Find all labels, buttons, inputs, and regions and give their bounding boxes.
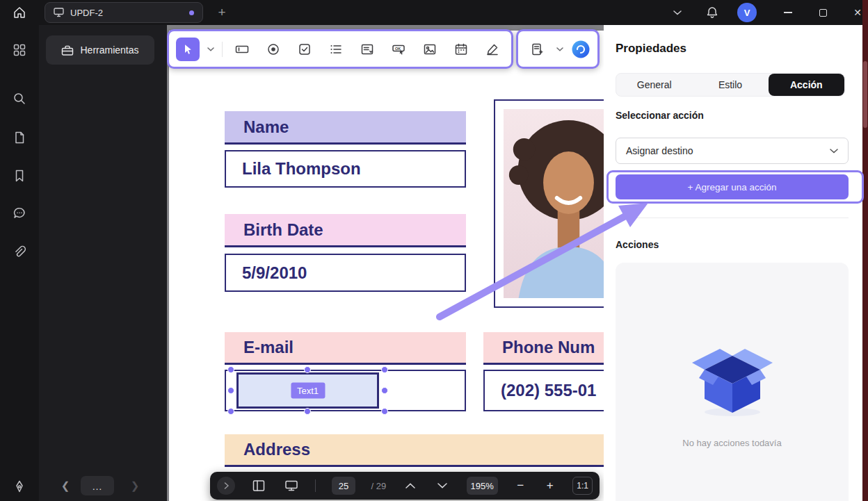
scrollbar-thumb[interactable] — [863, 61, 867, 128]
new-tab-button[interactable]: + — [213, 3, 231, 22]
document-tab[interactable]: UPDF-2 — [45, 2, 203, 23]
user-avatar[interactable]: V — [737, 3, 757, 22]
action-destination-dropdown[interactable]: Asignar destino — [616, 138, 849, 164]
ok-glyph: OK — [395, 46, 401, 50]
zoom-in-button[interactable]: + — [543, 479, 557, 493]
chevron-down-icon — [673, 10, 682, 15]
sidebar-layout-icon — [252, 479, 266, 493]
text-field-tool-button[interactable] — [230, 38, 254, 61]
next-page-button[interactable] — [434, 477, 451, 494]
checkbox-tool-button[interactable] — [293, 38, 316, 61]
radio-button-icon — [266, 42, 280, 56]
documents-button[interactable] — [0, 129, 39, 147]
bookmark-icon — [13, 169, 26, 183]
chevron-down-icon — [437, 483, 447, 488]
actions-empty-state: No hay acciones todavía — [616, 263, 849, 501]
date-field-icon — [454, 42, 468, 56]
search-icon — [13, 92, 26, 106]
select-tool-chevron[interactable] — [207, 47, 214, 51]
chevron-down-icon — [207, 47, 214, 51]
apps-grid-button[interactable] — [0, 41, 39, 59]
portrait-photo — [504, 109, 604, 298]
attachments-button[interactable] — [0, 243, 39, 261]
selection-handle[interactable] — [227, 387, 234, 394]
design-tool-button[interactable] — [0, 477, 39, 495]
select-tool-button[interactable] — [176, 38, 200, 61]
expand-bar-button[interactable] — [217, 477, 235, 495]
previous-page-button[interactable] — [402, 477, 419, 494]
selection-handle[interactable] — [381, 387, 388, 394]
actions-label: Acciones — [616, 239, 659, 250]
selection-handle[interactable] — [227, 366, 234, 373]
selection-handle[interactable] — [304, 408, 311, 415]
push-button-tool-button[interactable]: OK — [387, 38, 410, 61]
selection-handle[interactable] — [304, 366, 311, 373]
bell-icon — [706, 6, 718, 19]
select-action-label: Seleccionar acción — [616, 110, 704, 121]
document-icon — [13, 131, 26, 145]
ai-assistant-button[interactable] — [571, 40, 590, 59]
chevron-down-icon — [830, 149, 838, 154]
phone-field-value[interactable]: (202) 555-01 — [483, 370, 604, 411]
more-options-button[interactable]: … — [81, 476, 114, 495]
selected-text-field[interactable]: Text1 — [236, 372, 379, 409]
field-name-tag: Text1 — [291, 383, 325, 399]
history-forward-button[interactable]: ❯ — [127, 476, 143, 495]
extra-tools-chevron[interactable] — [556, 47, 563, 51]
home-button[interactable] — [0, 0, 39, 25]
add-action-button[interactable]: + Agregar una acción — [616, 174, 849, 199]
chat-help-icon — [13, 206, 26, 220]
maximize-button[interactable] — [813, 0, 833, 25]
minimize-button[interactable] — [778, 0, 798, 25]
tab-estilo[interactable]: Estilo — [692, 74, 768, 96]
search-button[interactable] — [0, 90, 39, 108]
help-button[interactable] — [0, 204, 39, 222]
name-field-label: Name — [225, 111, 466, 145]
image-field-tool-button[interactable] — [418, 38, 442, 61]
herramientas-button[interactable]: Herramientas — [46, 35, 154, 65]
herramientas-label: Herramientas — [80, 44, 138, 56]
minimize-icon — [784, 12, 792, 13]
tab-accion[interactable]: Acción — [769, 74, 844, 96]
name-field-value[interactable]: Lila Thompson — [225, 150, 466, 188]
unsaved-dot-icon — [189, 10, 194, 15]
empty-state-text: No hay acciones todavía — [682, 438, 781, 448]
email-field-label: E-mail — [225, 332, 466, 365]
combo-box-icon — [360, 42, 374, 56]
radio-button-tool-button[interactable] — [262, 38, 285, 61]
text-field-icon — [235, 42, 249, 56]
date-field-tool-button[interactable] — [449, 38, 473, 61]
empty-box-illustration — [687, 343, 778, 417]
titlebar: UPDF-2 + V ✕ — [0, 0, 868, 25]
page-number-input[interactable]: 25 — [332, 477, 355, 495]
zoom-level-display[interactable]: 195% — [467, 477, 498, 495]
home-icon — [13, 6, 26, 19]
monitor-icon — [54, 8, 64, 17]
presentation-button[interactable] — [283, 477, 300, 494]
thumbnails-button[interactable] — [250, 477, 267, 494]
selection-handle[interactable] — [381, 408, 388, 415]
birthdate-field-value[interactable]: 5/9/2010 — [225, 254, 466, 292]
selection-handle[interactable] — [227, 408, 234, 415]
list-box-tool-button[interactable] — [324, 38, 348, 61]
zoom-out-button[interactable]: − — [513, 479, 527, 493]
tab-general[interactable]: General — [616, 74, 692, 96]
titlebar-menu-button[interactable] — [668, 0, 687, 25]
panel-divider — [616, 217, 849, 218]
page-total-label: / 29 — [371, 481, 386, 491]
bottom-bar-divider — [315, 479, 316, 492]
cursor-icon — [182, 43, 194, 56]
history-back-button[interactable]: ❮ — [57, 476, 74, 495]
left-rail — [0, 25, 39, 501]
bookmarks-button[interactable] — [0, 167, 39, 185]
updf-app-window: UPDF-2 + V ✕ — [0, 0, 868, 501]
form-tools-toolbar: OK — [167, 29, 513, 69]
signature-field-tool-button[interactable] — [481, 38, 504, 61]
tab-title: UPDF-2 — [70, 8, 103, 18]
notifications-button[interactable] — [702, 0, 722, 25]
actual-size-button[interactable]: 1:1 — [572, 477, 593, 495]
selection-handle[interactable] — [381, 366, 388, 373]
combo-box-tool-button[interactable] — [355, 38, 379, 61]
form-recognition-tool-button[interactable] — [526, 38, 549, 61]
scrollbar-track — [862, 0, 868, 501]
